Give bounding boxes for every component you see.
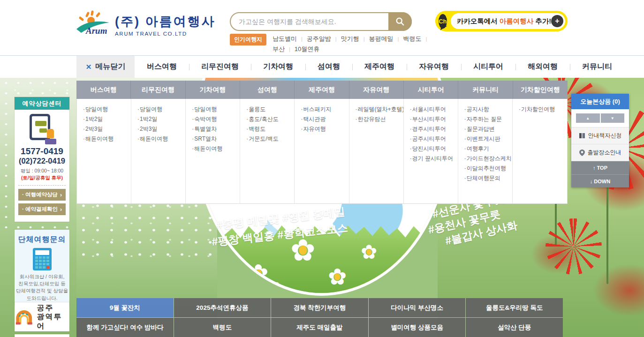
megamenu-item[interactable]: 숙박여행: [192, 114, 239, 124]
megamenu-item[interactable]: 공주시티투어: [410, 134, 457, 144]
megamenu-item[interactable]: 해돋이여행: [137, 134, 184, 144]
down-arrow-icon: ▼: [611, 116, 614, 120]
megamenu-item[interactable]: 질문과답변: [464, 124, 511, 134]
theme-menu-item[interactable]: 별미여행 상품모음: [369, 318, 466, 337]
megamenu-item[interactable]: 2박3일: [83, 124, 130, 134]
megamenu-column-title[interactable]: 시티투어: [404, 81, 458, 99]
scroll-down-button[interactable]: ↓ DOWN: [571, 174, 629, 187]
book-icon: [579, 133, 585, 139]
nav-item[interactable]: 제주여행: [352, 62, 407, 72]
rainbow-arch-icon: [15, 308, 34, 325]
megamenu-column-title[interactable]: 기차할인여행: [513, 81, 568, 99]
megamenu-item[interactable]: 기차할인여행: [519, 105, 566, 114]
megamenu-column-title[interactable]: 리무진여행: [131, 81, 185, 99]
theme-menu-item[interactable]: 설악산 단풍: [466, 318, 563, 337]
popular-link[interactable]: 공주알밤: [307, 35, 341, 42]
megamenu-column-title[interactable]: 기차여행: [186, 81, 240, 99]
megamenu-item[interactable]: 홍도/흑산도: [246, 114, 293, 124]
menu-close-label: 메뉴닫기: [95, 62, 125, 72]
group-travel-inquiry-widget[interactable]: 단체여행문의 회사워크샵 / 야유회, 친목모임,단체모임 등 단체여행견적 및…: [15, 230, 69, 306]
popular-link[interactable]: 부산: [273, 45, 295, 52]
scroll-top-button[interactable]: ↑ TOP: [571, 161, 629, 174]
popular-badge[interactable]: 인기여행지: [230, 34, 266, 45]
megamenu-item[interactable]: 이벤트게시판: [464, 134, 511, 144]
megamenu-item[interactable]: 공지사항: [464, 105, 511, 114]
megamenu-item[interactable]: 2박3일: [137, 124, 184, 134]
theme-menu-item[interactable]: 다이나믹 부산명소: [369, 298, 466, 317]
main-nav: ✕ 메뉴닫기 버스여행리무진여행기차여행섬여행제주여행자유여행시티투어해외여행커…: [0, 56, 644, 78]
travel-consult-button[interactable]: 여행예약상담 ›: [18, 189, 66, 201]
megamenu-item[interactable]: 택시관광: [301, 114, 348, 124]
megamenu-item[interactable]: 부산시티투어: [410, 114, 457, 124]
search-icon: [395, 16, 405, 27]
megamenu-item[interactable]: 당일여행: [137, 105, 184, 114]
megamenu-item[interactable]: 거문도/백도: [246, 134, 293, 144]
megamenu-item[interactable]: 울릉도: [246, 105, 293, 114]
nav-item[interactable]: 시티투어: [461, 62, 515, 72]
megamenu-item[interactable]: 레일텔(열차+호텔): [356, 105, 402, 114]
nav-item[interactable]: 해외여행: [515, 62, 570, 72]
megamenu-item[interactable]: SRT열차: [192, 134, 239, 144]
megamenu-item[interactable]: 경기 끞시티투어: [410, 154, 457, 164]
payment-check-button[interactable]: 예약결제확인 ›: [18, 203, 66, 215]
megamenu-column-title[interactable]: 커뮤니티: [458, 81, 513, 99]
gongju-tour-banner[interactable]: 공주 광역투어: [15, 302, 69, 331]
megamenu-item[interactable]: 자유여행: [301, 124, 348, 134]
nav-item[interactable]: 섬여행: [305, 62, 352, 72]
megamenu-column-title[interactable]: 자유여행: [349, 81, 404, 99]
megamenu-item[interactable]: 당일여행: [192, 105, 239, 114]
nav-item[interactable]: 커뮤니티: [570, 62, 624, 72]
megamenu-item[interactable]: 해돋이여행: [83, 134, 130, 144]
megamenu-item[interactable]: 버스패키지: [301, 105, 348, 114]
megamenu-item[interactable]: 여행후기: [464, 144, 511, 154]
popular-link[interactable]: 10월연휴: [295, 45, 319, 52]
nav-item[interactable]: 자유여행: [407, 62, 461, 72]
megamenu-item[interactable]: 가이드현장스케치: [464, 154, 511, 164]
theme-menu-item[interactable]: 울릉도&우리땅 독도: [466, 298, 563, 317]
nav-items: 버스여행리무진여행기차여행섬여행제주여행자유여행시티투어해외여행커뮤니티: [135, 56, 624, 78]
megamenu-column: 당일여행숙박여행특별열차SRT열차해돋이여행: [186, 99, 240, 203]
theme-menu-item[interactable]: 9월 꽃잔치: [76, 298, 174, 317]
nav-item[interactable]: 버스여행: [135, 62, 189, 72]
megamenu-item[interactable]: 단체여행문의: [464, 173, 511, 183]
megamenu-item[interactable]: 한강유람선: [356, 114, 402, 124]
megamenu-item[interactable]: 1박2일: [83, 114, 130, 124]
megamenu-column-title[interactable]: 섬여행: [240, 81, 295, 99]
megamenu-item[interactable]: 경주시티투어: [410, 124, 457, 134]
menu-close-button[interactable]: ✕ 메뉴닫기: [76, 56, 135, 78]
kakao-channel-banner[interactable]: Ch 카카오톡에서 아름여행사 추가! +: [435, 11, 568, 31]
megamenu-item[interactable]: 자주하는 질문: [464, 114, 511, 124]
theme-menu-item[interactable]: 제주도 매일출발: [271, 318, 368, 337]
nav-item[interactable]: 기차여행: [251, 62, 305, 72]
brochure-request-link[interactable]: 안내책자신청: [571, 127, 629, 144]
popular-link[interactable]: 남도별미: [273, 35, 307, 42]
theme-menu-item[interactable]: 함께 가고싶다! 여수 밤바다: [76, 318, 174, 337]
popular-link[interactable]: 봉평메밀: [369, 35, 403, 42]
theme-menu-item[interactable]: 2025추석연휴상품: [174, 298, 271, 317]
megamenu-item[interactable]: 특별열차: [192, 124, 239, 134]
megamenu-item[interactable]: 백령도: [246, 124, 293, 134]
recent-prev-button[interactable]: ▲: [576, 113, 600, 123]
search-button[interactable]: [388, 12, 412, 31]
departure-place-link[interactable]: 출발장소안내: [571, 144, 629, 161]
logo[interactable]: Arum (주) 아름여행사 ARUM TRAVEL CO.LTD: [76, 10, 215, 37]
popular-link[interactable]: 백령도: [403, 35, 431, 42]
megamenu-column-title[interactable]: 제주여행: [295, 81, 349, 99]
popular-link[interactable]: 맛기행: [341, 35, 369, 42]
recent-next-button[interactable]: ▼: [601, 113, 625, 123]
search-input[interactable]: [239, 14, 379, 29]
megamenu-item[interactable]: 해돋이여행: [192, 144, 239, 154]
plus-icon[interactable]: +: [551, 15, 563, 27]
theme-menu-item[interactable]: 경북 착한기부여행: [271, 298, 368, 317]
theme-menu-item[interactable]: 백령도: [174, 318, 271, 337]
megamenu-item[interactable]: 1박2일: [137, 114, 184, 124]
megamenu-column-title[interactable]: 버스여행: [76, 81, 131, 99]
megamenu-item[interactable]: 서울시티투어: [410, 105, 457, 114]
megamenu-item[interactable]: 당진시티투어: [410, 144, 457, 154]
nav-item[interactable]: 리무진여행: [189, 62, 251, 72]
logo-sun-icon: Arum: [76, 10, 111, 37]
kakao-ch-icon: Ch: [439, 14, 447, 29]
megamenu-item[interactable]: 이달의추천여행: [464, 164, 511, 173]
megamenu-item[interactable]: 당일여행: [83, 105, 130, 114]
recently-viewed-title: 오늘본상품 (0): [571, 94, 629, 109]
